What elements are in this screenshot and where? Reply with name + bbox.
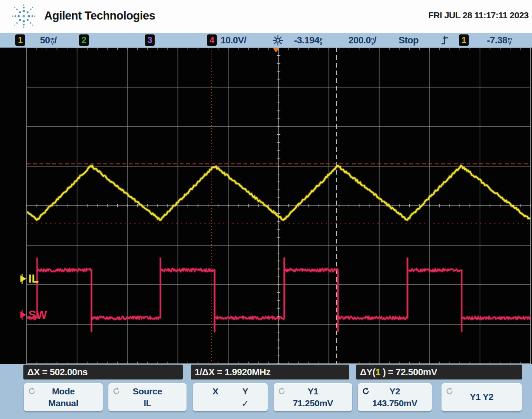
channel4-scale[interactable]: 10.0V/ xyxy=(221,35,246,46)
delay-unit: µs xyxy=(320,37,322,45)
channel-label-il: IL xyxy=(28,272,39,285)
delay-value: -3.194 xyxy=(294,35,319,45)
delay-readout[interactable]: -3.194µs xyxy=(294,35,322,46)
header: Agilent Technologies FRI JUL 28 11:17:11… xyxy=(0,0,532,33)
channel3-badge[interactable]: 3 xyxy=(145,34,155,46)
softkey-label: Y1 xyxy=(274,386,352,396)
channel1-badge[interactable]: 1 xyxy=(15,34,25,46)
channel1-scale[interactable]: 50mV/ xyxy=(40,35,57,46)
softkey-y2[interactable]: Y2143.750mV xyxy=(358,383,432,411)
softkey-label: Mode xyxy=(24,386,103,396)
brand-title: Agilent Technologies xyxy=(44,9,155,23)
trigger-level-unit: mV xyxy=(508,37,512,45)
ground-marker-il[interactable] xyxy=(20,275,26,282)
channel4-badge[interactable]: 4 xyxy=(207,34,217,46)
delta-y-readout: ΔY(1 ) = 72.500mV xyxy=(356,365,522,379)
edge-trigger-icon xyxy=(440,34,450,46)
timebase-readout[interactable]: 200.0ns/ xyxy=(348,35,376,46)
softkey-label: Source xyxy=(108,386,187,396)
ground-marker-sw[interactable] xyxy=(20,311,26,318)
oscilloscope-screen: Agilent Technologies FRI JUL 28 11:17:11… xyxy=(0,0,532,419)
softkey-value: 71.250mV xyxy=(274,398,352,408)
brightness-icon xyxy=(272,34,284,46)
waveform-display-area: ILSW xyxy=(0,48,532,364)
y-cursor-label: Y xyxy=(242,386,248,396)
softkey-y1y2[interactable]: Y1 Y2 xyxy=(441,383,522,411)
softkey-label: Y2 xyxy=(358,386,432,396)
softkey-value: Manual xyxy=(24,398,103,408)
bottom-panel: ΔX = 502.00ns 1/ΔX = 1.9920MHz ΔY(1 ) = … xyxy=(0,364,532,419)
channel1-scale-suffix: / xyxy=(54,35,57,45)
trigger-source-badge[interactable]: 1 xyxy=(459,34,469,46)
softkey-y1[interactable]: Y171.250mV xyxy=(274,383,352,411)
channel2-badge[interactable]: 2 xyxy=(79,34,89,46)
softkey-mode[interactable]: ModeManual xyxy=(24,383,103,411)
inverse-delta-x-readout: 1/ΔX = 1.9920MHz xyxy=(191,365,349,379)
delta-y-prefix: ΔY( xyxy=(360,367,375,377)
channel-label-sw: SW xyxy=(28,309,47,321)
softkey-value: IL xyxy=(108,398,187,408)
x-cursor-label: X xyxy=(212,386,218,396)
softkey-source[interactable]: SourceIL xyxy=(108,383,187,411)
softkey-label: Y1 Y2 xyxy=(441,392,522,402)
datetime-display: FRI JUL 28 11:17:11 2023 xyxy=(428,10,529,20)
timebase-suffix: / xyxy=(374,35,376,45)
checkmark-icon: ✓ xyxy=(241,398,249,409)
status-bar: 1 50mV/ 2 3 4 10.0V/ -3.194µs 200.0ns/ S… xyxy=(0,33,532,48)
softkey-value: 143.750mV xyxy=(358,398,432,408)
channel1-scale-unit: mV xyxy=(50,37,54,45)
trigger-level-value: -7.38 xyxy=(487,35,507,45)
agilent-logo-icon xyxy=(11,3,38,30)
trigger-position-marker[interactable] xyxy=(273,48,279,53)
softkey-xy[interactable]: XY✓ xyxy=(193,383,268,411)
timebase-value: 200.0 xyxy=(348,35,371,45)
delta-x-readout: ΔX = 502.00ns xyxy=(23,365,183,379)
scope-canvas: ILSW xyxy=(0,48,532,364)
channel1-scale-value: 50 xyxy=(40,35,50,45)
acquisition-status: Stop xyxy=(399,35,419,46)
delta-y-suffix: ) = 72.500mV xyxy=(380,367,437,377)
trigger-level-readout[interactable]: -7.38mV xyxy=(487,35,512,46)
delta-y-channel: 1 xyxy=(375,367,380,377)
